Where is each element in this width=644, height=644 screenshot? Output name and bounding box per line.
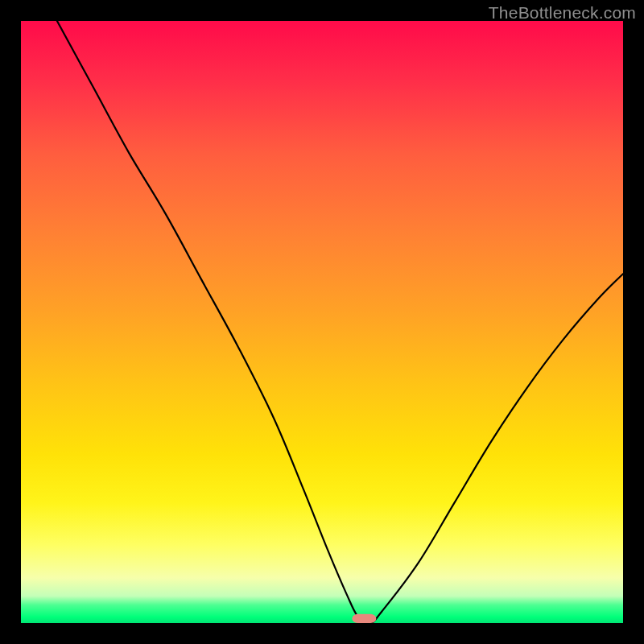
curve-layer — [21, 21, 623, 623]
plot-area — [21, 21, 623, 623]
bottleneck-curve — [57, 21, 623, 623]
optimum-marker — [352, 614, 376, 623]
attribution-text: TheBottleneck.com — [489, 3, 636, 23]
chart-frame: TheBottleneck.com — [0, 0, 644, 644]
